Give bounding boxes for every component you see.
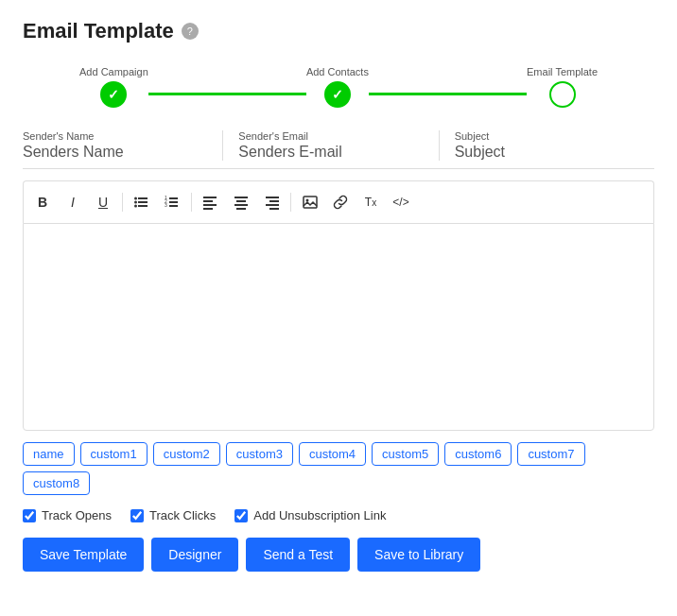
buttons-row: Save Template Designer Send a Test Save … — [23, 538, 654, 572]
align-center-icon — [234, 195, 249, 210]
subject-label: Subject — [455, 130, 639, 142]
svg-rect-14 — [203, 204, 217, 206]
svg-rect-23 — [269, 208, 279, 210]
image-button[interactable] — [297, 189, 323, 215]
step-line-1 — [148, 93, 306, 95]
subject-group: Subject Subject — [455, 130, 654, 161]
step-line-2 — [369, 93, 527, 95]
toolbar-divider-1 — [122, 193, 123, 212]
step-add-campaign: Add Campaign ✓ — [79, 66, 148, 108]
svg-rect-20 — [266, 197, 279, 198]
bold-button[interactable]: B — [29, 189, 56, 215]
svg-rect-8 — [169, 205, 178, 207]
svg-rect-15 — [203, 208, 213, 210]
svg-rect-7 — [169, 201, 178, 203]
svg-rect-21 — [269, 200, 279, 202]
ordered-list-icon: 1 2 3 — [165, 195, 180, 210]
clear-format-button[interactable]: Tx — [357, 189, 384, 215]
track-clicks-checkbox[interactable]: Track Clicks — [130, 508, 216, 522]
track-clicks-input[interactable] — [130, 509, 144, 522]
sender-email-value[interactable]: Senders E-mail — [238, 144, 423, 161]
align-center-button[interactable] — [228, 189, 254, 215]
align-right-button[interactable] — [258, 189, 285, 215]
tag-name[interactable]: name — [23, 442, 75, 466]
svg-rect-17 — [236, 200, 246, 202]
tag-custom3[interactable]: custom3 — [226, 442, 293, 466]
page-title: Email Template — [23, 19, 174, 43]
align-right-icon — [264, 195, 279, 210]
add-unsub-label: Add Unsubscription Link — [253, 508, 386, 522]
add-unsub-input[interactable] — [234, 509, 248, 522]
svg-rect-19 — [236, 208, 246, 210]
page-header: Email Template ? — [23, 19, 654, 43]
sender-name-label: Sender's Name — [23, 130, 207, 142]
tag-custom1[interactable]: custom1 — [80, 442, 148, 466]
step-add-contacts-label: Add Contacts — [306, 66, 369, 77]
image-icon — [303, 195, 318, 210]
editor-toolbar: B I U 1 2 3 — [23, 180, 654, 223]
svg-rect-6 — [169, 197, 178, 199]
unordered-list-button[interactable] — [129, 189, 155, 215]
step-email-template-label: Email Template — [527, 66, 598, 77]
sender-name-group: Sender's Name Senders Name — [23, 130, 223, 161]
track-opens-checkbox[interactable]: Track Opens — [23, 508, 112, 522]
checkboxes-row: Track Opens Track Clicks Add Unsubscript… — [23, 508, 654, 522]
designer-button[interactable]: Designer — [151, 538, 238, 572]
svg-rect-13 — [203, 200, 213, 202]
toolbar-divider-3 — [290, 193, 291, 212]
tag-custom5[interactable]: custom5 — [372, 442, 439, 466]
track-opens-input[interactable] — [23, 509, 36, 522]
svg-rect-1 — [138, 201, 148, 203]
tag-custom4[interactable]: custom4 — [299, 442, 366, 466]
svg-rect-18 — [234, 204, 248, 206]
link-button[interactable] — [327, 189, 354, 215]
tag-custom8[interactable]: custom8 — [23, 471, 90, 495]
save-template-button[interactable]: Save Template — [23, 538, 144, 572]
code-button[interactable]: </> — [388, 189, 414, 215]
tag-custom2[interactable]: custom2 — [153, 442, 220, 466]
save-library-button[interactable]: Save to Library — [357, 538, 480, 572]
sender-name-value[interactable]: Senders Name — [23, 144, 207, 161]
svg-point-4 — [134, 201, 137, 204]
step-add-campaign-check: ✓ — [108, 87, 119, 102]
svg-rect-22 — [266, 204, 279, 206]
subject-value[interactable]: Subject — [455, 144, 639, 161]
link-icon — [333, 195, 348, 210]
align-left-button[interactable] — [198, 189, 224, 215]
svg-text:3: 3 — [165, 202, 167, 208]
align-left-icon — [203, 195, 218, 210]
unordered-list-icon — [134, 195, 149, 210]
svg-rect-2 — [138, 205, 148, 207]
tag-custom6[interactable]: custom6 — [444, 442, 512, 466]
step-add-contacts-circle: ✓ — [324, 81, 351, 108]
add-unsub-checkbox[interactable]: Add Unsubscription Link — [234, 508, 386, 522]
underline-button[interactable]: U — [90, 189, 116, 215]
svg-rect-12 — [203, 197, 217, 198]
fields-row: Sender's Name Senders Name Sender's Emai… — [23, 130, 654, 169]
tag-custom7[interactable]: custom7 — [517, 442, 584, 466]
svg-point-5 — [134, 205, 137, 208]
track-opens-label: Track Opens — [42, 508, 112, 522]
svg-rect-16 — [234, 197, 248, 198]
svg-rect-24 — [304, 197, 317, 208]
editor-area[interactable] — [23, 223, 654, 431]
sender-email-group: Sender's Email Senders E-mail — [238, 130, 439, 161]
step-add-campaign-circle: ✓ — [100, 81, 127, 108]
svg-rect-0 — [138, 197, 148, 199]
step-add-contacts-check: ✓ — [332, 87, 343, 102]
ordered-list-button[interactable]: 1 2 3 — [159, 189, 185, 215]
svg-point-3 — [134, 197, 137, 200]
sender-email-label: Sender's Email — [238, 130, 423, 142]
help-icon[interactable]: ? — [182, 23, 199, 40]
italic-button[interactable]: I — [60, 189, 86, 215]
progress-steps: Add Campaign ✓ Add Contacts ✓ Email Temp… — [23, 66, 654, 108]
tags-row: namecustom1custom2custom3custom4custom5c… — [23, 442, 654, 495]
toolbar-divider-2 — [191, 193, 192, 212]
step-add-contacts: Add Contacts ✓ — [306, 66, 369, 108]
step-email-template: Email Template — [527, 66, 598, 108]
send-test-button[interactable]: Send a Test — [246, 538, 350, 572]
step-add-campaign-label: Add Campaign — [79, 66, 148, 77]
track-clicks-label: Track Clicks — [149, 508, 216, 522]
step-email-template-circle — [549, 81, 576, 108]
